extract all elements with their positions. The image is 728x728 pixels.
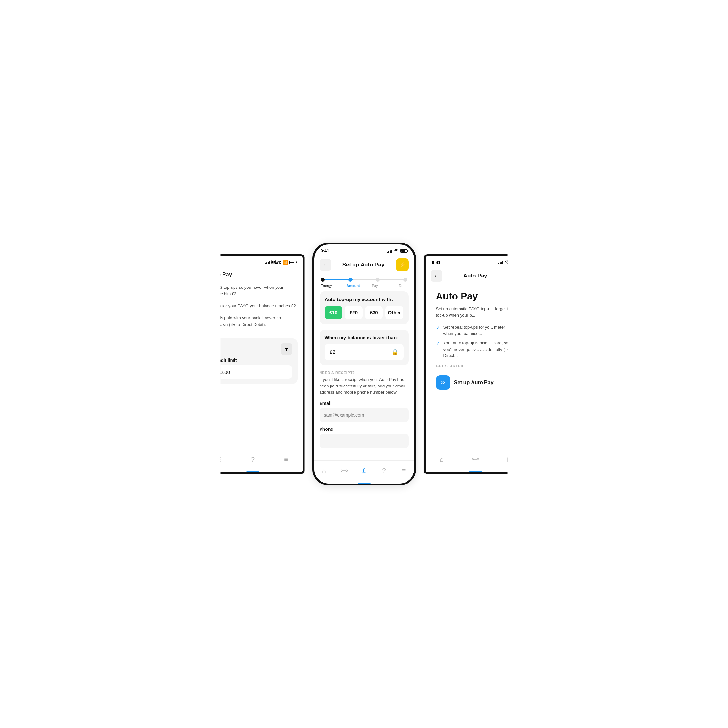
right-status-bar: 9:41	[426, 256, 525, 266]
amount-options: £10 £20 £30 Other	[325, 306, 404, 319]
menu-icon: ≡	[402, 467, 406, 474]
back-icon: ←	[323, 262, 328, 268]
credit-limit-card: 🗑 Credit limit £2.00	[208, 338, 298, 384]
amount-10-button[interactable]: £10	[325, 306, 343, 319]
center-nav-help[interactable]: ?	[374, 467, 394, 474]
center-nav-home[interactable]: ⌂	[314, 467, 334, 474]
svg-point-3	[472, 458, 474, 460]
signal-icon	[265, 260, 270, 264]
right-nav-home[interactable]: ⌂	[426, 456, 459, 463]
left-phone-content: Auto Pay c PAYG top-ups so you never whe…	[203, 266, 303, 472]
progress-section: Energy Amount Pay Done	[314, 275, 414, 291]
center-nav-indicator	[358, 483, 371, 483]
check-text-2: Your auto top-up is paid ... card, so yo…	[444, 340, 515, 359]
right-page-title: Auto Pay	[436, 291, 515, 302]
step-amount-dot	[348, 278, 352, 282]
action-button[interactable]: ⚡	[396, 258, 409, 271]
left-status-icons: Wi; 📶	[265, 260, 296, 265]
pounds-active-icon: £	[362, 467, 366, 474]
center-app-header: ← Set up Auto Pay ⚡	[314, 254, 414, 275]
balance-card: When my balance is lower than: £2 🔒	[320, 330, 409, 366]
help-icon: ?	[251, 456, 254, 463]
email-input[interactable]	[320, 408, 409, 422]
center-nav-pounds[interactable]: £	[354, 467, 374, 474]
center-status-bar: 9:41	[314, 245, 414, 254]
infinity-icon: ∞	[436, 375, 450, 390]
activity-icon	[341, 467, 348, 474]
email-label: Email	[320, 401, 409, 406]
right-back-button[interactable]: ←	[431, 270, 442, 282]
left-nav-help[interactable]: ?	[236, 456, 269, 463]
center-nav-menu[interactable]: ≡	[394, 467, 414, 474]
balance-row: £2 🔒	[325, 344, 404, 360]
receipt-section: NEED A RECEIPT? If you'd like a receipt …	[320, 371, 409, 453]
get-started-label: GET STARTED	[436, 364, 515, 368]
right-nav-indicator	[469, 471, 482, 472]
step-pay-dot	[376, 278, 380, 282]
right-signal-icon	[499, 260, 503, 264]
balance-value: £2	[330, 349, 336, 355]
back-button[interactable]: ←	[320, 259, 331, 271]
right-nav-pounds[interactable]: £	[492, 456, 525, 463]
right-wifi-icon	[505, 260, 510, 265]
center-phone: 9:41	[312, 243, 416, 485]
svg-point-0	[341, 470, 342, 471]
left-nav-pounds[interactable]: £	[203, 456, 236, 463]
lock-icon: 🔒	[392, 349, 398, 356]
right-bottom-nav: ⌂ £	[426, 449, 525, 472]
right-description: Set up automatic PAYG top-u... forget to…	[436, 306, 515, 319]
right-activity-icon	[472, 456, 479, 463]
right-phone: 9:41	[424, 254, 527, 474]
balance-card-title: When my balance is lower than:	[325, 335, 404, 340]
right-scroll-content: Auto Pay Set up automatic PAYG top-u... …	[426, 286, 525, 472]
amount-other-button[interactable]: Other	[385, 306, 403, 319]
left-app-title: Auto Pay	[208, 271, 298, 278]
setup-autopay-button[interactable]: ∞ Set up Auto Pay	[436, 375, 515, 390]
center-signal-icon	[387, 249, 392, 253]
label-energy: Energy	[321, 284, 343, 288]
delete-button[interactable]: 🗑	[281, 343, 292, 355]
right-pounds-icon: £	[507, 456, 510, 463]
left-nav-menu[interactable]: ≡	[269, 456, 303, 463]
check-text-1: Set repeat top-ups for yo... meter when …	[444, 324, 515, 336]
phone-input[interactable]	[320, 434, 409, 448]
check-item-1: ✓ Set repeat top-ups for yo... meter whe…	[436, 324, 515, 336]
right-time: 9:41	[432, 260, 440, 265]
receipt-label: NEED A RECEIPT?	[320, 371, 409, 375]
left-nav-indicator	[246, 471, 259, 472]
menu-icon: ≡	[284, 456, 288, 463]
left-bottom-nav: £ ? ≡	[203, 449, 303, 472]
progress-line	[321, 278, 407, 282]
credit-value: £2.00	[213, 366, 292, 379]
right-back-icon: ←	[434, 273, 439, 279]
right-battery-icon	[512, 261, 519, 264]
left-desc2: op-ups for your PAYG your balance reache…	[208, 303, 298, 309]
step-done-dot	[403, 278, 407, 282]
amount-30-button[interactable]: £30	[365, 306, 383, 319]
label-pay: Pay	[364, 284, 386, 288]
right-app-header: ← Auto Pay	[426, 266, 525, 286]
amount-card: Auto top-up my account with: £10 £20 £30…	[320, 291, 409, 324]
center-header-title: Set up Auto Pay	[343, 262, 385, 268]
center-nav-activity[interactable]	[334, 467, 354, 474]
right-status-icons	[499, 260, 519, 265]
wifi-icon: 📶	[283, 260, 288, 265]
amount-20-button[interactable]: £20	[345, 306, 362, 319]
phone-label: Phone	[320, 427, 409, 432]
amount-card-title: Auto top-up my account with:	[325, 297, 404, 302]
battery-icon	[289, 261, 296, 264]
center-scroll-content: Auto top-up my account with: £10 £20 £30…	[314, 291, 414, 483]
pounds-icon: £	[218, 456, 221, 463]
check-icon-2: ✓	[436, 340, 440, 346]
center-status-icons	[387, 249, 407, 253]
lightning-icon: ⚡	[399, 261, 406, 268]
wifi-icon: Wi;	[271, 260, 281, 265]
step-energy-dot	[321, 278, 325, 282]
right-nav-activity[interactable]	[459, 456, 492, 463]
label-amount: Amount	[343, 284, 364, 288]
setup-btn-label: Set up Auto Pay	[454, 380, 494, 385]
svg-point-4	[477, 458, 479, 460]
center-bottom-nav: ⌂ £ ? ≡	[314, 460, 414, 483]
left-desc1: c PAYG top-ups so you never when your ba…	[208, 284, 298, 298]
check-icon-1: ✓	[436, 324, 440, 330]
